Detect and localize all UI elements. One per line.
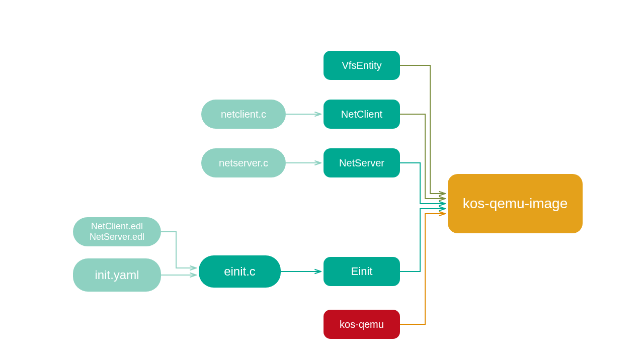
- kos-qemu-label: kos-qemu: [340, 319, 384, 330]
- einit-c-label: einit.c: [224, 264, 256, 279]
- node-init-yaml: init.yaml: [73, 258, 161, 292]
- node-netclient-c: netclient.c: [201, 100, 286, 129]
- netserver-c-label: netserver.c: [219, 157, 268, 169]
- node-netserver-c: netserver.c: [201, 148, 286, 177]
- node-einit: Einit: [324, 257, 400, 286]
- node-vfsentity: VfsEntity: [324, 51, 400, 80]
- edl-line1: NetClient.edl: [91, 221, 143, 232]
- edl-line2: NetServer.edl: [90, 232, 144, 242]
- node-kos-qemu-image: kos-qemu-image: [448, 174, 583, 233]
- node-einit-c: einit.c: [199, 255, 281, 288]
- node-netclient: NetClient: [324, 100, 400, 129]
- init-yaml-label: init.yaml: [95, 268, 139, 282]
- kos-qemu-image-label: kos-qemu-image: [463, 196, 568, 212]
- node-netserver: NetServer: [324, 148, 400, 177]
- vfsentity-label: VfsEntity: [342, 60, 382, 71]
- netclient-label: NetClient: [341, 109, 382, 120]
- netserver-label: NetServer: [339, 157, 384, 169]
- node-kos-qemu: kos-qemu: [324, 310, 400, 339]
- einit-label: Einit: [351, 265, 373, 278]
- netclient-c-label: netclient.c: [221, 109, 266, 120]
- node-edl-files: NetClient.edl NetServer.edl: [73, 217, 161, 246]
